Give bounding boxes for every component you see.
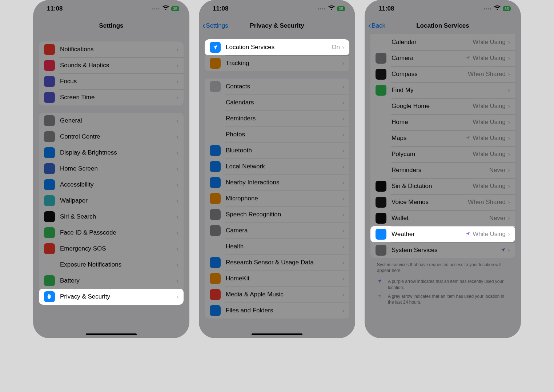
app-icon: [376, 37, 386, 48]
chevron-left-icon: ‹: [368, 22, 371, 30]
cellular-icon: ••••: [152, 7, 160, 11]
row-label: Photos: [226, 131, 342, 138]
list-row[interactable]: Local Network›: [205, 159, 349, 175]
location-arrow-icon: [465, 231, 470, 237]
list-row[interactable]: System Services›: [370, 242, 515, 258]
list-row[interactable]: Microphone›: [205, 191, 349, 207]
list-row[interactable]: Camera›: [205, 223, 349, 239]
list-row[interactable]: Tracking›: [205, 55, 349, 71]
cellular-icon: ••••: [318, 7, 326, 11]
home-indicator: [86, 333, 137, 335]
list-row[interactable]: Control Centre›: [39, 129, 184, 145]
list-row[interactable]: RemindersNever›: [370, 162, 515, 178]
location-arrow-icon: [377, 279, 382, 290]
chevron-right-icon: ›: [508, 247, 510, 254]
list-row[interactable]: Media & Apple Music›: [205, 287, 349, 303]
row-value: While Using: [473, 231, 506, 238]
list-row[interactable]: Health›: [205, 239, 349, 255]
list-row[interactable]: Research Sensor & Usage Data›: [205, 255, 349, 271]
chevron-right-icon: ›: [342, 83, 344, 91]
back-button[interactable]: ‹ Settings: [202, 22, 228, 30]
list-row[interactable]: CalendarWhile Using›: [370, 34, 515, 50]
wifi-icon: [328, 5, 335, 12]
list-row[interactable]: Home Screen›: [39, 161, 184, 177]
list-row[interactable]: Location ServicesOn›: [205, 39, 349, 55]
status-time: 11:08: [47, 5, 63, 12]
chevron-right-icon: ›: [508, 87, 510, 94]
chevron-right-icon: ›: [342, 259, 344, 267]
chevron-right-icon: ›: [342, 211, 344, 219]
list-row[interactable]: Face ID & Passcode›: [39, 225, 184, 241]
list-row[interactable]: Display & Brightness›: [39, 145, 184, 161]
list-row[interactable]: Notifications›: [39, 41, 184, 57]
app-icon: [376, 133, 386, 144]
row-value: While Using: [473, 151, 506, 158]
list-row[interactable]: Privacy & Security›: [39, 289, 184, 305]
location-arrow-icon: [465, 55, 470, 61]
list-row[interactable]: Focus›: [39, 73, 184, 89]
list-row[interactable]: Google HomeWhile Using›: [370, 98, 515, 114]
row-label: Home: [392, 119, 473, 126]
row-label: Microphone: [226, 195, 342, 202]
chevron-right-icon: ›: [176, 261, 178, 269]
nav-header: ‹ Settings Privacy & Security: [199, 17, 355, 34]
list-row[interactable]: Photos›: [205, 127, 349, 143]
list-row[interactable]: General›: [39, 113, 184, 129]
moon-icon: [44, 76, 55, 87]
chevron-right-icon: ›: [342, 44, 344, 51]
list-row[interactable]: Wallpaper›: [39, 193, 184, 209]
row-label: Weather: [392, 231, 465, 238]
list-row[interactable]: Nearby Interactions›: [205, 175, 349, 191]
chevron-right-icon: ›: [508, 39, 510, 46]
chevron-right-icon: ›: [508, 167, 510, 174]
row-label: Camera: [226, 227, 342, 234]
row-value: When Shared: [468, 71, 506, 78]
contacts-icon: [210, 81, 221, 92]
list-row[interactable]: Files and Folders›: [205, 303, 349, 319]
homekit-icon: [210, 273, 221, 284]
research-icon: [210, 257, 221, 268]
list-row[interactable]: HomeKit›: [205, 271, 349, 287]
photos-icon: [210, 129, 221, 140]
list-row[interactable]: CompassWhen Shared›: [370, 66, 515, 82]
row-label: Compass: [392, 71, 468, 78]
list-row[interactable]: Voice MemosWhen Shared›: [370, 194, 515, 210]
list-row[interactable]: WeatherWhile Using›: [370, 226, 515, 242]
list-row[interactable]: Find My›: [370, 82, 515, 98]
row-value: While Using: [473, 119, 506, 126]
app-icon: [376, 245, 386, 256]
list-row[interactable]: MapsWhile Using›: [370, 130, 515, 146]
chevron-right-icon: ›: [342, 163, 344, 171]
back-label: Settings: [206, 22, 228, 29]
list-row[interactable]: CameraWhile Using›: [370, 50, 515, 66]
list-row[interactable]: Contacts›: [205, 79, 349, 95]
legend-grey: A grey arrow indicates that an item has …: [370, 292, 515, 307]
list-row[interactable]: Speech Recognition›: [205, 207, 349, 223]
chevron-right-icon: ›: [342, 131, 344, 139]
list-row[interactable]: Screen Time›: [39, 89, 184, 105]
chevron-right-icon: ›: [176, 197, 178, 205]
mic-icon: [210, 193, 221, 204]
chevron-right-icon: ›: [508, 215, 510, 222]
row-label: Wallpaper: [60, 197, 176, 204]
list-row[interactable]: Bluetooth›: [205, 143, 349, 159]
location-arrow-icon: [465, 135, 470, 141]
list-row[interactable]: Siri & Search›: [39, 209, 184, 225]
chevron-right-icon: ›: [508, 71, 510, 78]
row-label: System Services: [392, 247, 501, 254]
status-time: 11:08: [213, 5, 228, 12]
list-row[interactable]: Accessibility›: [39, 177, 184, 193]
speaker-icon: [44, 60, 55, 71]
list-row[interactable]: Battery›: [39, 273, 184, 289]
list-row[interactable]: HomeWhile Using›: [370, 114, 515, 130]
list-row[interactable]: Reminders›: [205, 111, 349, 127]
list-row[interactable]: Sounds & Haptics›: [39, 57, 184, 73]
list-row[interactable]: Siri & DictationWhile Using›: [370, 178, 515, 194]
list-row[interactable]: Exposure Notifications›: [39, 257, 184, 273]
list-row[interactable]: PolycamWhile Using›: [370, 146, 515, 162]
list-row[interactable]: Emergency SOS›: [39, 241, 184, 257]
back-button[interactable]: ‹ Back: [368, 22, 385, 30]
list-row[interactable]: WalletNever›: [370, 210, 515, 226]
list-row[interactable]: Calendars›: [205, 95, 349, 111]
row-label: Exposure Notifications: [60, 261, 176, 268]
